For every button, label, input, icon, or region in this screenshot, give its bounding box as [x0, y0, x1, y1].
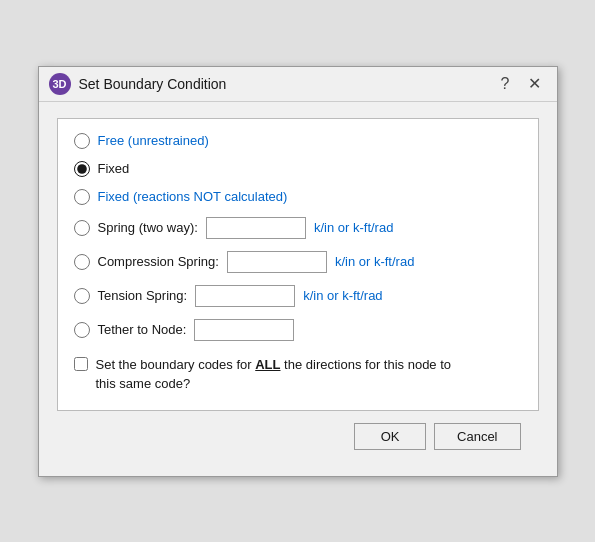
tension-spring-label: Tension Spring:: [98, 288, 188, 303]
compression-unit: k/in or k-ft/rad: [335, 254, 414, 269]
compression-spring-radio[interactable]: [74, 254, 90, 270]
app-icon: 3D: [49, 73, 71, 95]
fixed-label: Fixed: [98, 161, 130, 176]
tether-input[interactable]: [194, 319, 294, 341]
all-directions-checkbox[interactable]: [74, 357, 88, 371]
fixed-no-react-label: Fixed (reactions NOT calculated): [98, 189, 288, 204]
ok-button[interactable]: OK: [354, 423, 426, 450]
compression-spring-row: Compression Spring: k/in or k-ft/rad: [74, 251, 522, 273]
tension-spring-input[interactable]: [195, 285, 295, 307]
all-directions-label: Set the boundary codes for ALL the direc…: [96, 355, 452, 394]
free-radio[interactable]: [74, 133, 90, 149]
dialog-body: Free (unrestrained) Fixed Fixed (reactio…: [39, 102, 557, 476]
title-bar: 3D Set Boundary Condition ? ✕: [39, 67, 557, 102]
cancel-button[interactable]: Cancel: [434, 423, 520, 450]
fixed-no-react-radio[interactable]: [74, 189, 90, 205]
spring-two-way-row: Spring (two way): k/in or k-ft/rad: [74, 217, 522, 239]
set-boundary-condition-dialog: 3D Set Boundary Condition ? ✕ Free (unre…: [38, 66, 558, 477]
spring-two-way-input[interactable]: [206, 217, 306, 239]
fixed-option-row: Fixed: [74, 161, 522, 177]
dialog-footer: OK Cancel: [57, 423, 539, 464]
spring-two-way-unit: k/in or k-ft/rad: [314, 220, 393, 235]
free-label: Free (unrestrained): [98, 133, 209, 148]
spring-two-way-label: Spring (two way):: [98, 220, 198, 235]
spring-two-way-radio[interactable]: [74, 220, 90, 236]
close-button[interactable]: ✕: [522, 74, 547, 94]
tension-spring-radio[interactable]: [74, 288, 90, 304]
fixed-radio[interactable]: [74, 161, 90, 177]
compression-spring-input[interactable]: [227, 251, 327, 273]
help-button[interactable]: ?: [495, 74, 516, 94]
tether-label: Tether to Node:: [98, 322, 187, 337]
dialog-title: Set Boundary Condition: [79, 76, 495, 92]
tether-radio[interactable]: [74, 322, 90, 338]
fixed-no-react-row: Fixed (reactions NOT calculated): [74, 189, 522, 205]
tension-unit: k/in or k-ft/rad: [303, 288, 382, 303]
free-option-row: Free (unrestrained): [74, 133, 522, 149]
tension-spring-row: Tension Spring: k/in or k-ft/rad: [74, 285, 522, 307]
all-directions-row: Set the boundary codes for ALL the direc…: [74, 355, 522, 394]
content-area: Free (unrestrained) Fixed Fixed (reactio…: [57, 118, 539, 411]
title-controls: ? ✕: [495, 74, 547, 94]
compression-spring-label: Compression Spring:: [98, 254, 219, 269]
tether-row: Tether to Node:: [74, 319, 522, 341]
